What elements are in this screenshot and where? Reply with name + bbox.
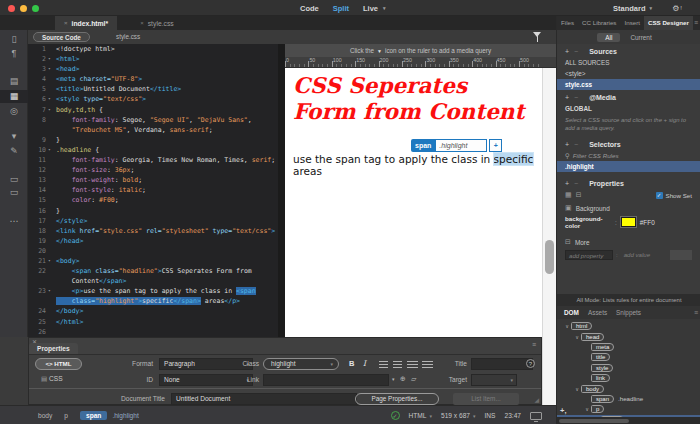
code-line[interactable]: 26 [28,327,278,337]
code-line[interactable]: 14 font-style: italic; [28,185,278,195]
outdent-icon[interactable] [407,361,418,369]
dom-tag-pill[interactable]: meta [591,343,614,351]
code-view-button[interactable]: Code [300,4,319,13]
panel-tab-cc-libraries[interactable]: CC Libraries [578,16,620,30]
comment-line-icon[interactable]: ▭ [0,186,28,199]
fold-arrow-icon[interactable]: ▾ [48,105,55,115]
code-line[interactable]: 22 <span class="headline">CSS Seperates … [28,266,278,276]
panel-tab-css-designer[interactable]: CSS Designer [644,16,693,30]
code-line[interactable]: 23▾ <p>use the span tag to apply the cla… [28,286,278,296]
document-title-input[interactable]: Untitled Document [171,393,357,405]
code-line[interactable]: 16} [28,206,278,216]
close-tab-icon[interactable]: × [64,20,68,26]
css-mode-button[interactable]: ▤ CSS [41,375,63,383]
value-type-button[interactable] [670,250,692,260]
browse-folder-icon[interactable]: ▱ [411,375,416,383]
ordered-list-icon[interactable] [393,361,402,369]
close-tab-icon[interactable]: × [140,20,144,26]
workspace-switcher[interactable]: Standard ▾ [613,0,652,16]
remove-selector-button[interactable]: − [574,141,578,148]
remove-property-button[interactable]: − [574,180,578,187]
code-line[interactable]: 12 font-size: 36px; [28,165,278,175]
code-line[interactable]: 5<title>Untitled Document</title> [28,84,278,94]
related-file-stylecss[interactable]: style.css [116,33,140,40]
zoom-window-icon[interactable] [32,5,39,12]
live-view-button[interactable]: Live [363,4,378,13]
tag-p[interactable]: p [64,412,68,419]
code-line[interactable]: 4<meta charset="UTF-8"> [28,74,278,84]
code-editor[interactable]: 1<!doctype html>2▾<html>3▾<head>4<meta c… [28,44,278,337]
dom-tag-pill[interactable]: html [571,322,592,330]
page-paragraph[interactable]: use the span tag to apply the class in s… [293,153,535,177]
panel-tab-insert[interactable]: Insert [620,16,643,30]
scrollbar-thumb[interactable] [559,419,629,423]
fold-arrow-icon[interactable]: ▾ [48,286,55,296]
code-line[interactable]: Content</span> [28,276,278,286]
live-view-caret-icon[interactable]: ▾ [383,5,386,11]
document-tab-stylecss[interactable]: ×style.css [131,16,183,30]
lint-ok-icon[interactable]: ✓ [391,411,400,420]
dom-node-title[interactable]: title [557,352,700,362]
element-class-field[interactable]: .highlight [435,139,487,152]
dom-node-html[interactable]: ∨html [557,321,700,331]
class-dropdown[interactable]: highlight▾ [263,358,339,370]
media-global[interactable]: GLOBAL [557,103,700,114]
code-line[interactable]: class="highlight">specific</span> areas<… [28,296,278,306]
dom-tag-pill[interactable]: link [591,374,610,382]
fold-arrow-icon[interactable]: ▾ [48,145,55,155]
dom-tag-pill[interactable]: body [581,385,604,393]
more-tools-icon[interactable]: ⋯ [0,215,28,228]
dom-tag-pill[interactable]: p [591,405,604,413]
add-property-button[interactable]: + [565,180,569,187]
code-line[interactable]: 10▾.headline { [28,145,278,155]
remove-media-button[interactable]: − [574,94,578,101]
dom-add-element-button[interactable]: +, [560,406,566,415]
dom-tab-dom[interactable]: DOM [564,309,579,316]
source-code-button[interactable]: Source Code [33,32,90,42]
dom-node-meta[interactable]: meta [557,342,700,352]
code-line[interactable]: 3▾<head> [28,64,278,74]
unordered-list-icon[interactable] [379,361,388,369]
edit-rule-icon[interactable]: ✎ [0,145,28,158]
resize-grip-icon[interactable]: ◢ [534,396,539,403]
code-line[interactable]: 8 font-family: Segoe, "Segoe UI", "DejaV… [28,115,278,125]
add-class-button[interactable]: + [489,139,502,152]
fold-arrow-icon[interactable]: ▾ [48,54,55,64]
code-line[interactable]: 6▾<style type="text/css"> [28,94,278,104]
bold-button[interactable]: B [349,359,354,368]
window-size-label[interactable]: 519 x 687 [441,412,470,419]
add-property-input[interactable]: add property [565,250,613,260]
add-source-button[interactable]: + [565,48,569,55]
add-media-button[interactable]: + [565,94,569,101]
sync-settings-button[interactable]: ⚙! [672,0,682,16]
show-set-toggle[interactable]: ✓ Show Set [656,192,692,199]
filter-css-rules[interactable]: ⚲ Filter CSS Rules [557,150,700,161]
remove-source-button[interactable]: − [574,48,578,55]
code-line[interactable]: 20 [28,246,278,256]
fold-arrow-icon[interactable]: ▾ [48,64,55,74]
selector-highlight[interactable]: .highlight [557,161,700,172]
text-category-icon[interactable]: ⊟ [576,191,582,199]
format-source-icon[interactable]: ¶ [0,47,28,60]
code-line[interactable]: 25</html> [28,317,278,327]
preview-device-icon[interactable] [530,412,542,420]
code-line[interactable]: 7▾body,td,th { [28,105,278,115]
source-style-tag[interactable]: <style> [557,68,700,79]
html-mode-button[interactable]: <> HTML [35,358,82,370]
source-all[interactable]: ALL SOURCES [557,57,700,68]
dom-tag-pill[interactable]: title [591,353,610,361]
dom-node-style[interactable]: style [557,363,700,373]
all-mode-button[interactable]: All [597,33,620,42]
dom-node-span.headline[interactable]: span.headline [557,394,700,404]
code-line[interactable]: 18<link href="style.css" rel="stylesheet… [28,226,278,236]
dom-tag-pill[interactable]: span [591,395,614,403]
dom-tag-pill[interactable]: head [581,333,604,341]
split-divider[interactable] [278,44,285,337]
scrollbar-thumb[interactable] [545,240,554,274]
code-line[interactable]: 21▾<body> [28,256,278,266]
dom-menu-icon[interactable]: ≡ [694,309,698,316]
code-line[interactable]: 11 font-family: Georgia, Times New Roman… [28,155,278,165]
properties-panel-tab[interactable]: Properties [29,343,78,354]
code-line[interactable]: 1<!doctype html> [28,44,278,54]
element-tag-chip[interactable]: span [411,139,435,152]
